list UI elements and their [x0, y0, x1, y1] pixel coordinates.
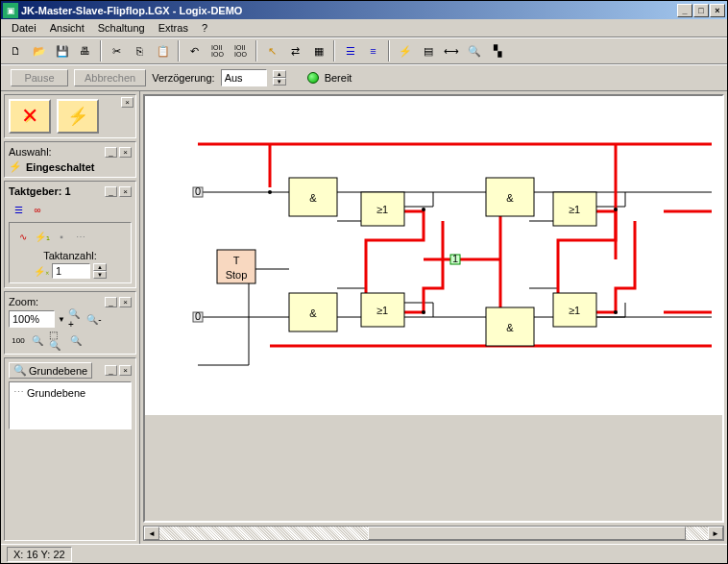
zoom-region-icon[interactable]: 🔍	[68, 332, 84, 348]
print-icon[interactable]: 🖶	[74, 40, 96, 61]
circuit-svg: & & ≥1 ≥1 & & ≥1 ≥1	[145, 96, 721, 519]
scrollbar-horizontal[interactable]: ◄ ►	[143, 526, 724, 541]
input-bot: 0	[195, 310, 201, 322]
zoom-fit-icon[interactable]: 🔍	[30, 332, 45, 348]
minimize-button[interactable]: _	[677, 4, 692, 17]
toolbar-main: 🗋 📂 💾 🖶 ✂ ⎘ 📋 ↶ IOIIIOO IOIIIOO ↖ ⇄ ▦ ☰ …	[1, 37, 727, 64]
panel-close-button[interactable]: ×	[119, 297, 132, 307]
delay-label: Verzögerung:	[152, 72, 214, 84]
save-icon[interactable]: 💾	[51, 40, 73, 61]
delay-select[interactable]	[221, 69, 267, 86]
panel-min-button[interactable]: _	[105, 186, 117, 197]
bolt1-icon[interactable]: ⚡₁	[35, 229, 50, 244]
enable-signal-button[interactable]: ⚡	[57, 99, 99, 134]
menu-schaltung[interactable]: Schaltung	[91, 20, 152, 36]
clock-count-label: Taktanzahl:	[13, 250, 127, 261]
clock-sub: Stop	[226, 269, 248, 281]
mid-signal: 1	[452, 253, 458, 264]
zoom-label: Zoom:	[9, 296, 38, 307]
svg-point-31	[422, 310, 425, 314]
zoom-sel-icon[interactable]: ⬚🔍	[49, 332, 64, 348]
svg-point-33	[614, 310, 618, 314]
panel-close-button[interactable]: ×	[119, 147, 132, 158]
bolt-icon: ⚡	[9, 160, 22, 173]
menubar: Datei Ansicht Schaltung Extras ?	[1, 19, 727, 37]
link-icon[interactable]: ⇄	[284, 40, 306, 61]
circuit-canvas[interactable]: & & ≥1 ≥1 & & ≥1 ≥1	[143, 94, 724, 523]
and-gate: &	[506, 192, 514, 204]
count-down[interactable]: ▼	[93, 271, 107, 279]
layer-item[interactable]: Grundebene	[27, 387, 85, 399]
scroll-thumb[interactable]	[368, 527, 686, 540]
bits2-icon[interactable]: IOIIIOO	[230, 40, 252, 61]
bits1-icon[interactable]: IOIIIOO	[206, 40, 229, 61]
open-icon[interactable]: 📂	[28, 40, 50, 61]
or-gate: ≥1	[376, 204, 388, 215]
props-icon[interactable]: ▤	[417, 40, 439, 61]
dim-icon[interactable]: ▪	[54, 229, 69, 244]
panel-min-button[interactable]: _	[105, 147, 117, 158]
panel-min-button[interactable]: _	[105, 365, 117, 376]
grid-icon[interactable]: ▦	[307, 40, 329, 61]
pause-button[interactable]: Pause	[11, 69, 68, 86]
undo-icon[interactable]: ↶	[183, 40, 206, 61]
delay-up[interactable]: ▲	[273, 70, 286, 78]
zoom-select[interactable]	[9, 310, 55, 328]
cut-icon[interactable]: ✂	[106, 40, 128, 61]
scroll-right-button[interactable]: ►	[708, 527, 723, 540]
swap-icon[interactable]: ⟷	[440, 40, 462, 61]
cancel-button[interactable]: Abbrechen	[74, 69, 146, 86]
or-gate: ≥1	[569, 305, 580, 316]
layer-tab[interactable]: Grundebene	[29, 365, 87, 377]
count-up[interactable]: ▲	[93, 263, 107, 271]
or-gate: ≥1	[376, 305, 388, 316]
svg-point-29	[268, 190, 272, 194]
boltx-icon: ⚡ₓ	[34, 263, 49, 279]
wave-red-icon[interactable]: ∿	[15, 229, 31, 244]
paste-icon[interactable]: 📋	[152, 40, 174, 61]
zoom-icon[interactable]: 🔍	[463, 40, 485, 61]
zoom-in-icon[interactable]: 🔍+	[68, 311, 84, 327]
delay-down[interactable]: ▼	[273, 78, 286, 86]
clock-count-input[interactable]	[52, 263, 90, 279]
menu-datei[interactable]: Datei	[5, 20, 43, 36]
new-icon[interactable]: 🗋	[5, 40, 27, 61]
or-gate: ≥1	[569, 204, 580, 215]
layer-tree[interactable]: ⋯ Grundebene	[9, 381, 132, 429]
status-text: Bereit	[325, 72, 352, 84]
panel-min-button[interactable]: _	[105, 297, 117, 307]
panel-close-button[interactable]: ×	[119, 365, 132, 376]
scroll-left-button[interactable]: ◄	[144, 527, 159, 540]
svg-point-32	[614, 208, 618, 211]
zoom-out-icon[interactable]: 🔍-	[86, 311, 102, 327]
list-icon[interactable]: ☰	[339, 40, 361, 61]
step-icon[interactable]: ≡	[362, 40, 384, 61]
panel-close-button[interactable]: ×	[121, 97, 133, 108]
inf-icon[interactable]: ∞	[30, 202, 45, 217]
and-gate: &	[309, 192, 317, 204]
toolbar-sim: Pause Abbrechen Verzögerung: ▲ ▼ Bereit	[1, 64, 727, 91]
zoom100-icon[interactable]: 100	[11, 332, 26, 348]
input-top: 0	[195, 185, 201, 197]
layers-icon[interactable]: ▚	[486, 40, 508, 61]
disable-signal-button[interactable]: ⚡✕	[9, 99, 51, 134]
clockgen-label: Taktgeber: 1	[9, 185, 71, 197]
dots-icon[interactable]: ⋯	[73, 229, 88, 244]
selection-label: Auswahl:	[9, 146, 52, 158]
menu-extras[interactable]: Extras	[152, 20, 195, 36]
titlebar: ▣ JK-Master-Slave-Flipflop.LGX - Logix-D…	[1, 1, 727, 19]
statusbar: X: 16 Y: 22	[1, 544, 727, 563]
menu-ansicht[interactable]: Ansicht	[43, 20, 91, 36]
and-gate: &	[506, 322, 514, 333]
selection-value: Eingeschaltet	[26, 161, 95, 173]
menu-help[interactable]: ?	[195, 20, 214, 36]
copy-icon[interactable]: ⎘	[129, 40, 151, 61]
panel-close-button[interactable]: ×	[119, 186, 132, 197]
clock-gate: T	[233, 255, 240, 266]
status-led-icon	[307, 72, 319, 84]
pick-icon[interactable]: ↖	[261, 40, 283, 61]
bolt-icon[interactable]: ⚡	[394, 40, 416, 61]
list-icon[interactable]: ☰	[11, 202, 26, 217]
maximize-button[interactable]: □	[693, 4, 709, 17]
close-button[interactable]: ×	[710, 4, 725, 17]
